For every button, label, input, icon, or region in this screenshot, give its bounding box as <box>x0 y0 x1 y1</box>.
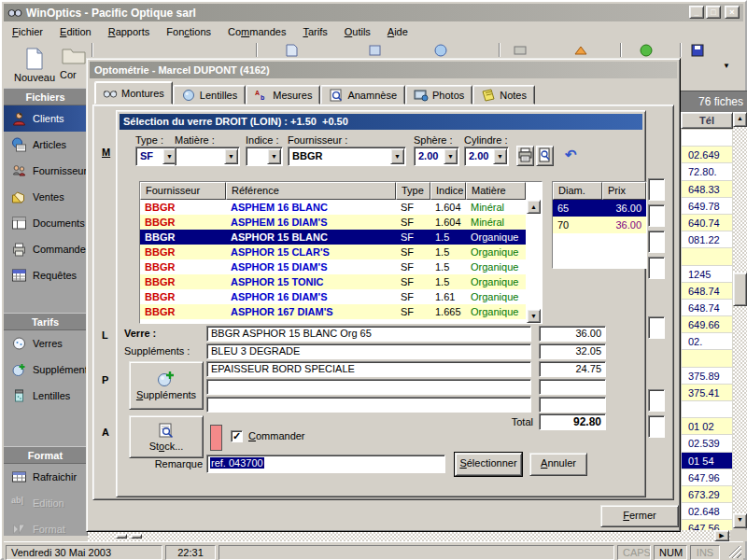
list-item[interactable]: 375.89 <box>682 368 733 385</box>
table-row-selected[interactable]: BBGR ASPHOR 15 BLANC SF 1.5 Organique <box>140 230 526 245</box>
column-header[interactable]: Diam. <box>553 182 602 200</box>
toolbar-overflow-icon[interactable]: ▼ <box>723 62 730 70</box>
folder-icon[interactable] <box>62 45 86 65</box>
list-item[interactable]: 375.41 <box>682 385 733 401</box>
menu-outils[interactable]: Outils <box>336 24 379 39</box>
column-header[interactable]: Indice <box>430 182 466 200</box>
tab-notes[interactable]: Notes <box>472 85 535 105</box>
commander-checkbox[interactable]: ✓ <box>231 430 243 442</box>
list-item[interactable]: 648.33 <box>682 181 733 198</box>
sidebar-item-commandes[interactable]: Commandes <box>4 236 87 262</box>
supplement-field[interactable]: BLEU 3 DEGRADE <box>206 343 531 359</box>
chevron-down-icon[interactable]: ▼ <box>267 148 281 164</box>
list-item[interactable]: 01 02 <box>682 418 733 435</box>
list-item[interactable]: 648.74 <box>682 300 733 316</box>
scroll-down-icon[interactable]: ▼ <box>733 513 747 528</box>
list-item[interactable]: 02. <box>682 333 733 350</box>
sidebar-item-requetes[interactable]: Requêtes <box>4 262 87 288</box>
list-item[interactable]: 647.96 <box>682 469 733 486</box>
list-item[interactable]: 648.74 <box>682 283 733 300</box>
tel-column-header[interactable]: Tél <box>681 112 733 129</box>
chevron-down-icon[interactable]: ▼ <box>390 148 404 164</box>
table-row[interactable]: BBGR ASPHOR 15 DIAM'S SF 1.5 Organique <box>140 259 526 274</box>
chevron-down-icon[interactable]: ▼ <box>444 148 458 164</box>
sphere-select[interactable]: 2.00 ▼ <box>414 147 459 166</box>
menu-rapports[interactable]: Rapports <box>100 24 159 39</box>
select-button[interactable]: Sélectionner <box>455 453 522 476</box>
verre-field[interactable]: BBGR ASPHOR 15 BLANC Org 65 <box>206 326 531 342</box>
list-item[interactable]: 02.539 <box>682 435 733 452</box>
preview-button[interactable] <box>536 146 554 166</box>
list-item[interactable]: 673.29 <box>682 486 733 503</box>
toolbar-icon[interactable] <box>433 44 448 57</box>
list-item[interactable]: 72.80. <box>682 163 733 180</box>
list-item[interactable]: 649.66 <box>682 316 733 333</box>
vertical-scrollbar[interactable] <box>733 127 747 513</box>
supplement-field[interactable] <box>206 397 531 413</box>
minimize-icon[interactable]: _ <box>689 6 704 19</box>
scrollbar-thumb[interactable] <box>733 273 747 306</box>
column-header[interactable]: Référence <box>226 182 396 200</box>
title-bar[interactable]: WinOptics - Pacific Optique sarl _ □ × <box>4 4 743 21</box>
sidebar-item-documents[interactable]: Documents <box>4 210 87 236</box>
chevron-down-icon[interactable]: ▼ <box>493 148 507 164</box>
supplement-field[interactable]: EPAISSEUR BORD SPECIALE <box>206 361 531 377</box>
scroll-right-icon[interactable]: ▶ <box>714 530 729 541</box>
scroll-up-icon[interactable]: ▲ <box>733 112 747 127</box>
print-button[interactable] <box>516 146 534 166</box>
resize-grip[interactable] <box>729 546 741 558</box>
sidebar-item-fournisseurs[interactable]: Fournisseurs <box>4 158 87 184</box>
save-icon[interactable] <box>690 44 705 57</box>
undo-icon[interactable]: ↶ <box>565 147 577 163</box>
fournisseur-select[interactable]: BBGR ▼ <box>288 147 406 166</box>
sidebar-item-rafraichir[interactable]: Rafraichir <box>4 464 87 490</box>
maximize-icon[interactable]: □ <box>706 6 721 19</box>
table-row-selected[interactable]: 65 36.00 <box>553 200 646 217</box>
sidebar-item-verres[interactable]: Verres <box>4 330 87 357</box>
list-item[interactable] <box>682 350 733 367</box>
indice-select[interactable]: ▼ <box>246 147 283 166</box>
supplements-button[interactable]: Suppléments <box>129 361 204 410</box>
menu-aide[interactable]: Aide <box>379 24 416 39</box>
list-item[interactable] <box>682 130 733 147</box>
toolbar-icon[interactable] <box>639 44 654 57</box>
table-row[interactable]: BBGR ASPHEM 16 BLANC SF 1.604 Minéral <box>140 200 526 215</box>
column-header[interactable]: Type <box>396 182 430 200</box>
list-item[interactable]: 649.78 <box>682 198 733 215</box>
list-item[interactable] <box>682 401 733 418</box>
new-button[interactable]: Nouveau <box>7 43 62 88</box>
list-item[interactable]: 081.22 <box>682 231 733 248</box>
list-item[interactable]: 647.56 <box>682 520 733 530</box>
column-header[interactable]: Matière <box>466 182 526 200</box>
toolbar-icon[interactable] <box>573 44 588 57</box>
table-row[interactable]: BBGR ASPHOR 15 TONIC SF 1.5 Organique <box>140 274 526 289</box>
tab-montures[interactable]: Montures <box>94 81 173 105</box>
table-row[interactable]: BBGR ASPHOR 16 DIAM'S SF 1.61 Organique <box>140 289 526 304</box>
toolbar-partial-label[interactable]: Cor <box>60 69 88 80</box>
remarque-input[interactable]: ref. 043700 <box>206 455 445 473</box>
list-item[interactable] <box>682 248 733 265</box>
toolbar-icon[interactable] <box>368 44 383 57</box>
table-row[interactable]: BBGR ASPHOR 167 DIAM'S SF 1.665 Organiqu… <box>140 304 526 319</box>
toolbar-icon[interactable] <box>284 44 299 57</box>
supplement-field[interactable] <box>206 379 531 395</box>
tab-mesures[interactable]: Ab Mesures <box>246 85 320 105</box>
table-row[interactable]: BBGR ASPHOR 15 CLAR'S SF 1.5 Organique <box>140 245 526 259</box>
sidebar-item-supplements[interactable]: Suppléments <box>4 357 87 383</box>
toolbar-icon[interactable] <box>513 44 528 57</box>
table-row[interactable]: BBGR ASPHEM 16 DIAM'S SF 1.604 Minéral <box>140 215 526 230</box>
menu-fichier[interactable]: Fichier <box>4 24 51 39</box>
column-header[interactable]: Fournisseur <box>140 182 226 200</box>
cancel-button[interactable]: Annuler <box>529 453 587 476</box>
table-scrollbar[interactable]: ▲ ▼ <box>527 200 542 323</box>
list-item[interactable]: 02.649 <box>682 147 733 163</box>
cylindre-select[interactable]: 2.00 ▼ <box>464 147 509 166</box>
list-item[interactable]: 02.648 <box>682 503 733 520</box>
table-row[interactable]: 70 36.00 <box>553 217 646 233</box>
matiere-select[interactable]: ▼ <box>175 147 240 166</box>
menu-commandes[interactable]: Commandes <box>219 24 294 39</box>
splitter-handle[interactable] <box>116 534 127 539</box>
fermer-button[interactable]: Fermer <box>600 505 679 527</box>
splitter-handle[interactable] <box>131 534 142 539</box>
scroll-down-icon[interactable]: ▼ <box>527 309 541 323</box>
